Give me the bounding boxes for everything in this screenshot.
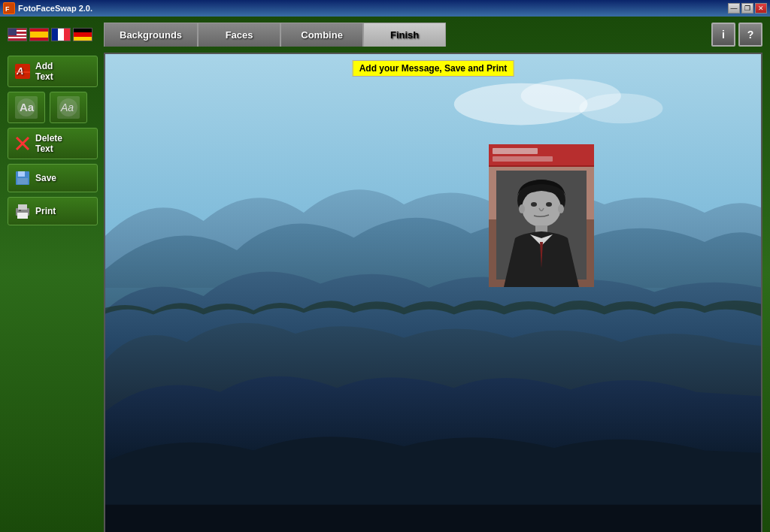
- flag-german[interactable]: [73, 28, 92, 41]
- font-style-button-2[interactable]: Aa: [50, 92, 87, 123]
- svg-text:Aa: Aa: [60, 101, 74, 113]
- canvas-area[interactable]: Add your Message, Save and Print: [104, 53, 762, 532]
- info-button[interactable]: i: [711, 23, 735, 47]
- flag-french[interactable]: [51, 28, 71, 41]
- minimize-button[interactable]: —: [728, 3, 740, 14]
- svg-rect-16: [17, 213, 28, 219]
- add-text-label: Add Text: [35, 61, 53, 82]
- tab-combine[interactable]: Combine: [280, 23, 363, 47]
- save-button[interactable]: Save: [8, 164, 98, 192]
- tooltip: Add your Message, Save and Print: [353, 60, 514, 77]
- titlebar-left: F FotoFaceSwap 2.0.: [3, 2, 92, 14]
- svg-rect-17: [19, 210, 21, 211]
- info-help-buttons: i ?: [711, 23, 762, 47]
- add-text-button[interactable]: A Add Text: [8, 56, 98, 87]
- help-button[interactable]: ?: [738, 23, 762, 47]
- delete-text-button[interactable]: Delete Text: [8, 128, 98, 159]
- svg-point-21: [579, 93, 662, 123]
- background-image: [105, 54, 761, 532]
- tab-finish[interactable]: Finish: [363, 23, 446, 47]
- flag-spanish[interactable]: [29, 28, 49, 41]
- font-style-icon-2: Aa: [57, 96, 80, 119]
- svg-text:A: A: [16, 65, 23, 77]
- svg-rect-22: [105, 505, 761, 532]
- face-image: [489, 144, 594, 287]
- app-icon: F: [3, 2, 15, 14]
- face-overlay[interactable]: [489, 144, 594, 287]
- content-area: A Add Text Aa: [0, 53, 770, 532]
- add-text-icon: A: [14, 63, 31, 80]
- close-button[interactable]: ✕: [755, 3, 767, 14]
- app-title: FotoFaceSwap 2.0.: [18, 4, 92, 13]
- topbar: Backgrounds Faces Combine Finish i ?: [0, 17, 770, 53]
- nav-tabs: Backgrounds Faces Combine Finish: [104, 23, 446, 47]
- print-label: Print: [35, 206, 56, 216]
- main-container: Backgrounds Faces Combine Finish i ? A: [0, 17, 770, 532]
- svg-text:F: F: [5, 5, 10, 13]
- save-label: Save: [35, 173, 56, 183]
- window-controls: — ❐ ✕: [728, 3, 767, 14]
- save-icon: [14, 170, 31, 186]
- svg-rect-13: [17, 178, 28, 184]
- print-button[interactable]: Print: [8, 197, 98, 225]
- font-style-icon-1: Aa: [15, 96, 38, 119]
- font-style-buttons: Aa Aa: [8, 92, 98, 123]
- language-flags: [8, 28, 92, 41]
- titlebar: F FotoFaceSwap 2.0. — ❐ ✕: [0, 0, 770, 17]
- svg-rect-37: [489, 144, 594, 287]
- svg-text:Aa: Aa: [20, 101, 35, 113]
- delete-text-icon: [14, 135, 31, 152]
- svg-rect-15: [18, 204, 27, 210]
- sidebar: A Add Text Aa: [8, 53, 98, 532]
- tab-backgrounds[interactable]: Backgrounds: [104, 23, 198, 47]
- font-style-button-1[interactable]: Aa: [8, 92, 45, 123]
- tab-faces[interactable]: Faces: [198, 23, 280, 47]
- print-icon: [14, 203, 31, 219]
- flag-english[interactable]: [8, 28, 27, 41]
- delete-text-label: Delete Text: [35, 133, 62, 154]
- svg-rect-12: [18, 171, 25, 177]
- restore-button[interactable]: ❐: [741, 3, 753, 14]
